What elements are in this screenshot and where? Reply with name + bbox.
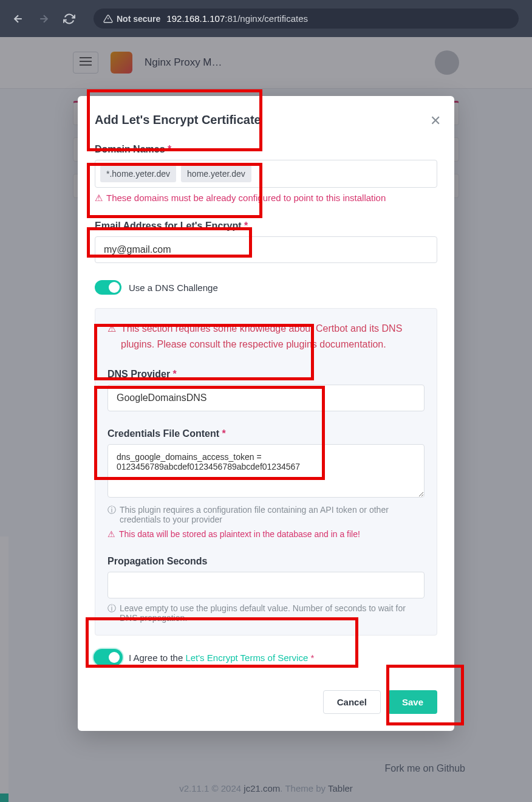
credentials-hint: This plugin requires a configuration fil…	[107, 505, 425, 524]
credentials-label: Credentials File Content *	[107, 428, 425, 439]
propagation-hint: Leave empty to use the plugins default v…	[107, 603, 425, 623]
domain-names-label: Domain Names *	[95, 144, 437, 155]
credentials-textarea[interactable]	[107, 444, 425, 498]
browser-toolbar: Not secure 192.168.1.107:81/nginx/certif…	[0, 0, 532, 37]
add-certificate-modal: Add Let's Encrypt Certificate ✕ Domain N…	[78, 96, 454, 731]
agree-tos-toggle[interactable]	[95, 650, 121, 665]
footer-tabler-link[interactable]: Tabler	[328, 783, 353, 793]
fork-github-link[interactable]: Fork me on Github	[385, 763, 466, 774]
tos-link[interactable]: Let's Encrypt Terms of Service	[185, 653, 308, 663]
propagation-input[interactable]	[107, 572, 425, 598]
dns-challenge-panel: This section requires some knowledge abo…	[95, 308, 437, 636]
modal-footer: Cancel Save	[78, 676, 454, 731]
domain-hint: These domains must be already configured…	[95, 193, 437, 204]
warning-icon	[95, 193, 103, 204]
agree-tos-label: I Agree to the Let's Encrypt Terms of Se…	[129, 653, 314, 663]
warning-icon	[107, 529, 115, 539]
domain-names-input[interactable]: *.home.yeter.dev home.yeter.dev	[95, 160, 437, 188]
footer-jc21-link[interactable]: jc21.com	[244, 783, 280, 793]
modal-title: Add Let's Encrypt Certificate	[95, 113, 437, 127]
email-label: Email Address for Let's Encrypt *	[95, 221, 437, 231]
dns-provider-select[interactable]	[107, 385, 425, 411]
back-button[interactable]	[11, 12, 26, 26]
dns-provider-label: DNS Provider *	[107, 369, 425, 380]
credentials-warning: This data will be stored as plaintext in…	[107, 529, 425, 539]
cancel-button[interactable]: Cancel	[323, 690, 381, 714]
panel-warning: This section requires some knowledge abo…	[107, 321, 425, 352]
domain-tag[interactable]: *.home.yeter.dev	[100, 165, 176, 182]
close-button[interactable]: ✕	[430, 113, 441, 129]
page-body: Nginx Proxy M… Fork me on Github v2.11.1…	[0, 37, 532, 802]
dns-challenge-label: Use a DNS Challenge	[129, 283, 218, 293]
dns-challenge-toggle[interactable]	[95, 280, 121, 295]
not-secure-badge: Not secure	[103, 14, 160, 24]
url-text: 192.168.1.107:81/nginx/certificates	[166, 13, 308, 24]
email-input[interactable]	[95, 236, 437, 263]
forward-button[interactable]	[36, 12, 51, 26]
info-icon	[107, 505, 116, 516]
domain-tag[interactable]: home.yeter.dev	[181, 165, 251, 182]
footer: v2.11.1 © 2024 jc21.com. Theme by Tabler	[0, 775, 532, 802]
warning-icon	[107, 321, 116, 337]
address-bar[interactable]: Not secure 192.168.1.107:81/nginx/certif…	[94, 9, 519, 29]
propagation-label: Propagation Seconds	[107, 556, 425, 567]
save-button[interactable]: Save	[388, 690, 437, 714]
reload-button[interactable]	[62, 12, 77, 26]
info-icon	[107, 603, 116, 614]
